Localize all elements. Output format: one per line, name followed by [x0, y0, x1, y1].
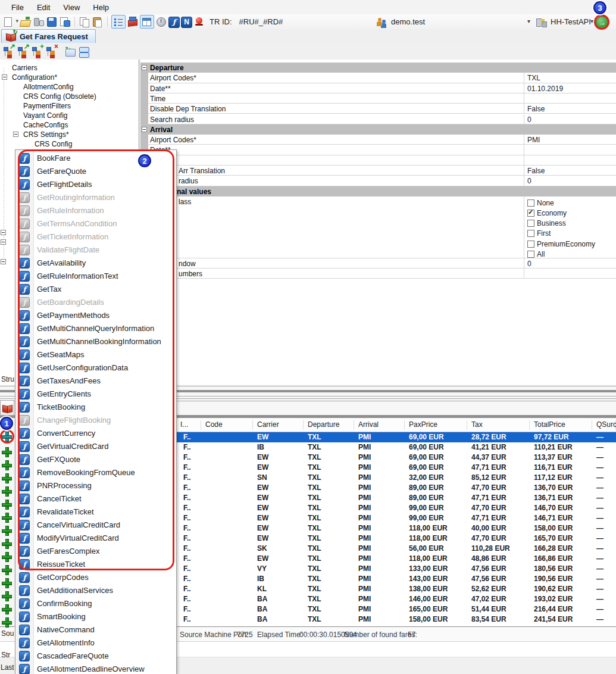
menu-item-gettax[interactable]: ƒGetTax [16, 282, 176, 295]
add-item-button[interactable] [2, 526, 12, 536]
table-row[interactable]: F..IBTXLPMI143,00 EUR47,56 EUR190,56 EUR… [176, 574, 616, 584]
menu-item-getflightdetails[interactable]: ƒGetFlightDetails [16, 177, 176, 191]
tree-expander-icon[interactable] [1, 239, 6, 245]
column-header-carrier[interactable]: Carrier [253, 420, 304, 430]
grid-view-icon[interactable] [140, 15, 154, 29]
add-item-button[interactable] [2, 513, 12, 523]
add-item-button[interactable] [2, 552, 12, 562]
checkbox-option[interactable]: PremiumEconomy [527, 239, 616, 249]
table-row[interactable]: F..EWTXLPMI89,00 EUR47,71 EUR136,71 EUR— [176, 493, 616, 503]
attach-icon[interactable] [33, 15, 45, 28]
menu-help[interactable]: Help [86, 2, 115, 13]
history-icon[interactable] [155, 15, 167, 28]
menu-item-bookfare[interactable]: ƒBookFare [16, 151, 176, 164]
api-profile-select[interactable]: HH-TestAPI ▾ [536, 15, 595, 28]
menu-item-getfarequote[interactable]: ƒGetFareQuote [16, 164, 176, 177]
menu-item-getadditionalservices[interactable]: ƒGetAdditionalServices [16, 583, 176, 597]
table-row[interactable]: F..EWTXLPMI69,00 EUR47,71 EUR116,71 EUR— [176, 463, 616, 473]
table-row[interactable]: F..EWTXLPMI118,00 EUR48,86 EUR166,86 EUR… [176, 554, 616, 564]
menu-item-getallotmentinfo[interactable]: ƒGetAllotmentInfo [16, 636, 176, 649]
property-value[interactable] [524, 155, 616, 165]
new-document-icon[interactable] [2, 15, 18, 28]
table-row[interactable]: F..EWTXLPMI118,00 EUR47,70 EUR165,70 EUR… [176, 533, 616, 544]
menu-item-getfxquote[interactable]: ƒGetFXQuote [16, 453, 176, 466]
tree-item-crs-config[interactable]: CRS Config [35, 139, 72, 149]
tree-collapse-icon[interactable] [2, 74, 7, 80]
table-row[interactable]: F..SKTXLPMI56,00 EUR110,28 EUR166,28 EUR… [176, 544, 616, 554]
menu-item-getpaymentmethods[interactable]: ƒGetPaymentMethods [16, 308, 176, 322]
property-value[interactable]: False [524, 104, 616, 113]
column-header-qsurcharge[interactable]: QSurcharge [592, 420, 616, 430]
checkbox-option[interactable]: None [527, 198, 616, 208]
menu-item-getmultichannelqueryinformation[interactable]: ƒGetMultiChannelQueryInformation [16, 322, 176, 335]
import-tree-icon[interactable]: ↗ [17, 45, 29, 58]
menu-item-convertcurrency[interactable]: ƒConvertCurrency [16, 426, 176, 439]
tree-expander-icon[interactable] [1, 259, 6, 264]
paste-icon[interactable] [92, 15, 104, 28]
add-item-button[interactable] [2, 578, 12, 588]
menu-view[interactable]: View [57, 2, 86, 13]
tree-item-allotmentconfig[interactable]: AllotmentConfig [23, 82, 74, 92]
table-row[interactable]: F..EWTXLPMI118,00 EUR40,00 EUR158,00 EUR… [176, 523, 616, 533]
table-row[interactable]: F..BATXLPMI146,00 EUR47,02 EUR193,02 EUR… [176, 594, 616, 604]
tr-id-value[interactable]: #RU#_#RD# [239, 17, 283, 26]
checkbox-option[interactable]: Business [527, 218, 616, 228]
function-icon[interactable]: ƒ [168, 17, 180, 28]
delete-tree-node-icon[interactable]: × [45, 45, 57, 58]
add-item-button[interactable] [2, 539, 12, 549]
menu-item-gettaxesandfees[interactable]: ƒGetTaxesAndFees [16, 374, 176, 387]
checkbox-option[interactable]: First [527, 229, 616, 239]
property-value[interactable]: TXL [524, 73, 616, 82]
property-value[interactable]: 0 [524, 114, 616, 124]
property-value[interactable] [524, 93, 616, 103]
checkbox-option[interactable]: Economy [527, 208, 616, 218]
open-file-icon[interactable] [20, 15, 32, 28]
menu-item-reissueticket[interactable]: ƒReissueTicket [16, 557, 176, 570]
menu-item-getruleinformationtext[interactable]: ƒGetRuleInformationText [16, 269, 176, 282]
column-header-i[interactable]: I... [176, 420, 201, 430]
side-panel-tab[interactable] [0, 400, 14, 416]
checkbox-icon[interactable] [527, 220, 534, 227]
menu-item-getcorpcodes[interactable]: ƒGetCorpCodes [16, 570, 176, 583]
tree-item-vayant-config[interactable]: Vayant Config [23, 111, 68, 120]
menu-item-getfarescomplex[interactable]: ƒGetFaresComplex [16, 544, 176, 557]
add-item-button[interactable] [2, 473, 12, 483]
menu-item-getseatmaps[interactable]: ƒGetSeatMaps [16, 348, 176, 361]
property-value[interactable]: 0 [524, 176, 616, 185]
table-row[interactable]: F..IBTXLPMI69,00 EUR41,21 EUR110,21 EUR— [176, 442, 616, 453]
checkbox-icon[interactable] [527, 199, 534, 207]
checkbox-icon[interactable] [527, 230, 534, 237]
menu-item-cancelvirtualcreditcard[interactable]: ƒCancelVirtualCreditCard [16, 518, 176, 531]
alert-icon[interactable] [193, 15, 205, 28]
checkbox-icon[interactable] [527, 241, 534, 248]
tree-collapse-icon[interactable] [13, 132, 18, 137]
split-view-icon[interactable] [78, 45, 90, 58]
property-value[interactable]: NoneEconomyBusinessFirstPremiumEconomyAl… [524, 196, 616, 258]
menu-item-getavailability[interactable]: ƒGetAvailability [16, 256, 176, 269]
property-value[interactable]: 01.10.2019 [524, 83, 616, 93]
property-value[interactable]: 0 [524, 258, 616, 268]
add-item-button[interactable] [2, 447, 12, 457]
tree-item-crs-settings-[interactable]: CRS Settings* [23, 130, 69, 139]
table-row[interactable]: F..SNTXLPMI32,00 EUR85,12 EUR117,12 EUR— [176, 473, 616, 483]
tree-item-paymentfilters[interactable]: PaymentFilters [23, 101, 71, 111]
column-header-paxprice[interactable]: PaxPrice [405, 420, 467, 430]
add-item-button[interactable] [2, 460, 12, 470]
menu-item-getmultichannelbookinginformation[interactable]: ƒGetMultiChannelBookingInformation [16, 335, 176, 348]
section-collapse-icon[interactable] [142, 127, 147, 132]
refresh-folder-icon[interactable]: ↻ [65, 45, 77, 58]
add-item-button[interactable] [2, 617, 12, 628]
table-row[interactable]: F..VYTXLPMI133,00 EUR47,56 EUR180,56 EUR… [176, 564, 616, 574]
menu-item-getallotmentdeadlineoverview[interactable]: ƒGetAllotmentDeadlineOverview [16, 662, 176, 674]
tr-id-field[interactable]: TR ID: #RU#_#RD# [209, 17, 283, 26]
menu-item-removebookingfromqueue[interactable]: ƒRemoveBookingFromQueue [16, 466, 176, 479]
column-header-totalprice[interactable]: TotalPrice [530, 420, 592, 430]
menu-item-getentryclients[interactable]: ƒGetEntryClients [16, 387, 176, 400]
property-value[interactable]: False [524, 166, 616, 175]
column-header-tax[interactable]: Tax [467, 420, 530, 430]
property-value[interactable] [524, 269, 616, 278]
table-row[interactable]: F..EWTXLPMI99,00 EUR47,71 EUR146,71 EUR— [176, 513, 616, 523]
menu-item-pnrprocessing[interactable]: ƒPNRProcessing [16, 479, 176, 492]
copy-icon[interactable] [79, 15, 90, 28]
save-icon[interactable] [46, 15, 58, 28]
